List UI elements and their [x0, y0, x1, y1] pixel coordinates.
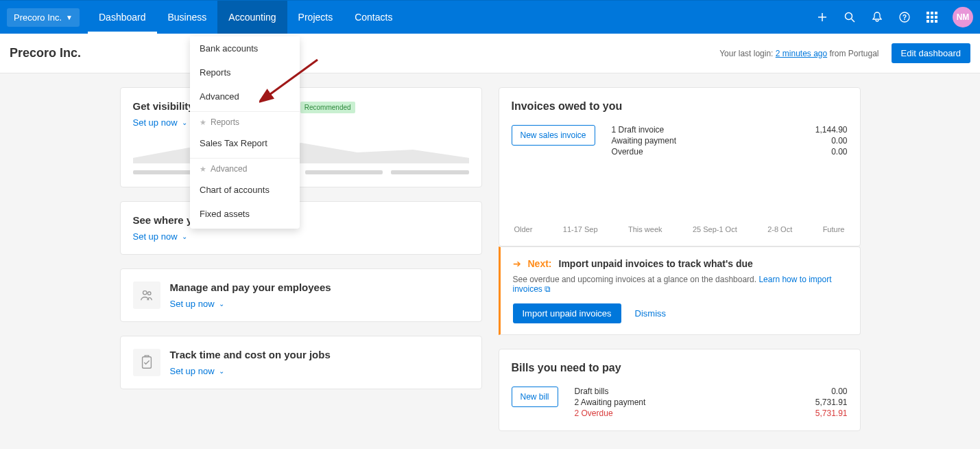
edit-dashboard-button[interactable]: Edit dashboard: [892, 43, 970, 63]
topbar-right: ? NM: [815, 7, 973, 27]
org-name: Precoro Inc.: [14, 12, 62, 23]
stat-item[interactable]: 1 Draft invoice1,144.90: [612, 125, 848, 135]
svg-point-4: [143, 291, 147, 295]
right-column: Invoices owed to you New sales invoice 1…: [499, 87, 861, 431]
set-up-now-link[interactable]: Set up now ⌄: [133, 117, 187, 128]
employees-card: Manage and pay your employees Set up now…: [120, 268, 482, 322]
recommended-badge: Recommended: [300, 102, 355, 113]
dropdown-item-reports[interactable]: Reports: [190, 60, 300, 84]
placeholder-chart: [133, 137, 469, 174]
card-title: Manage and pay your employees: [170, 281, 331, 293]
last-login-link[interactable]: 2 minutes ago: [776, 49, 827, 58]
tab-dashboard[interactable]: Dashboard: [88, 1, 157, 34]
stat-item[interactable]: Awaiting payment0.00: [612, 136, 848, 146]
card-title: See where your money is going: [133, 214, 469, 226]
set-up-now-link[interactable]: Set up now ⌄: [170, 366, 224, 376]
dropdown-section-advanced: ★ Advanced: [190, 158, 300, 178]
chevron-down-icon: ⌄: [219, 300, 224, 308]
dropdown-item-bank-accounts[interactable]: Bank accounts: [190, 36, 300, 60]
dropdown-item-fixed-assets[interactable]: Fixed assets: [190, 202, 300, 226]
tab-business[interactable]: Business: [157, 1, 218, 34]
next-label: Next:: [528, 258, 552, 269]
svg-point-0: [846, 13, 852, 20]
left-column: Get visibility over your cash flow Recom…: [120, 87, 482, 431]
cash-flow-card: Get visibility over your cash flow Recom…: [120, 87, 482, 187]
next-steps-panel: ➔ Next: Import unpaid invoices to track …: [499, 246, 861, 335]
accounting-dropdown: Bank accounts Reports Advanced ★ Reports…: [190, 36, 300, 229]
set-up-now-link[interactable]: Set up now ⌄: [170, 299, 224, 309]
last-login-text: Your last login: 2 minutes ago from Port…: [719, 49, 879, 58]
star-icon: ★: [200, 118, 206, 127]
svg-text:?: ?: [903, 14, 907, 21]
dropdown-section-reports: ★ Reports: [190, 111, 300, 131]
card-title: Invoices owed to you: [512, 100, 848, 113]
subhead-right: Your last login: 2 minutes ago from Port…: [719, 43, 970, 63]
money-going-card: See where your money is going Set up now…: [120, 201, 482, 255]
next-title: Import unpaid invoices to track what's d…: [559, 258, 753, 269]
caret-down-icon: ▼: [66, 14, 73, 21]
top-nav-bar: Precoro Inc. ▼ Dashboard Business Accoun…: [0, 0, 980, 34]
tab-projects[interactable]: Projects: [287, 1, 344, 34]
chevron-down-icon: ⌄: [182, 233, 187, 240]
help-icon[interactable]: ?: [898, 10, 911, 24]
stat-item[interactable]: Overdue0.00: [612, 147, 848, 157]
dropdown-item-advanced[interactable]: Advanced: [190, 84, 300, 108]
org-switcher[interactable]: Precoro Inc. ▼: [7, 8, 80, 27]
plus-icon[interactable]: [815, 10, 829, 24]
stat-item-overdue[interactable]: 2 Overdue5,731.91: [575, 408, 848, 418]
chart-axis: Older 11-17 Sep This week 25 Sep-1 Oct 2…: [512, 225, 848, 233]
dropdown-item-sales-tax-report[interactable]: Sales Tax Report: [190, 131, 300, 155]
card-title: Track time and cost on your jobs: [170, 349, 331, 360]
avatar[interactable]: NM: [953, 7, 973, 27]
time-cost-card: Track time and cost on your jobs Set up …: [120, 336, 482, 389]
new-bill-button[interactable]: New bill: [512, 387, 558, 407]
external-link-icon: ⧉: [545, 284, 551, 294]
search-icon[interactable]: [843, 10, 857, 24]
bills-card: Bills you need to pay New bill Draft bil…: [499, 349, 861, 431]
bills-stats: Draft bills0.00 2 Awaiting payment5,731.…: [575, 387, 848, 418]
svg-point-5: [147, 292, 151, 295]
apps-icon[interactable]: [925, 10, 939, 24]
stat-item[interactable]: 2 Awaiting payment5,731.91: [575, 398, 848, 407]
dismiss-button[interactable]: Dismiss: [635, 308, 667, 319]
card-title: Bills you need to pay: [512, 362, 848, 374]
import-unpaid-invoices-button[interactable]: Import unpaid invoices: [513, 303, 621, 323]
star-icon: ★: [200, 165, 206, 174]
tab-accounting[interactable]: Accounting: [217, 1, 287, 34]
clipboard-icon: [133, 349, 160, 376]
chevron-down-icon: ⌄: [219, 367, 224, 375]
dropdown-item-chart-of-accounts[interactable]: Chart of accounts: [190, 178, 300, 202]
nav-tabs: Dashboard Business Accounting Projects C…: [88, 1, 403, 34]
next-description: See overdue and upcoming invoices at a g…: [513, 275, 848, 294]
set-up-now-link[interactable]: Set up now ⌄: [133, 231, 187, 242]
tab-contacts[interactable]: Contacts: [344, 1, 403, 34]
page-title: Precoro Inc.: [10, 46, 81, 60]
invoice-stats: 1 Draft invoice1,144.90 Awaiting payment…: [612, 125, 848, 157]
people-icon: [133, 281, 160, 309]
chevron-down-icon: ⌄: [182, 119, 187, 126]
invoices-card: Invoices owed to you New sales invoice 1…: [499, 87, 861, 246]
arrow-right-icon: ➔: [513, 258, 521, 269]
new-sales-invoice-button[interactable]: New sales invoice: [512, 125, 595, 146]
subheader: Precoro Inc. Your last login: 2 minutes …: [0, 34, 980, 73]
bell-icon[interactable]: [870, 10, 884, 24]
stat-item[interactable]: Draft bills0.00: [575, 387, 848, 396]
